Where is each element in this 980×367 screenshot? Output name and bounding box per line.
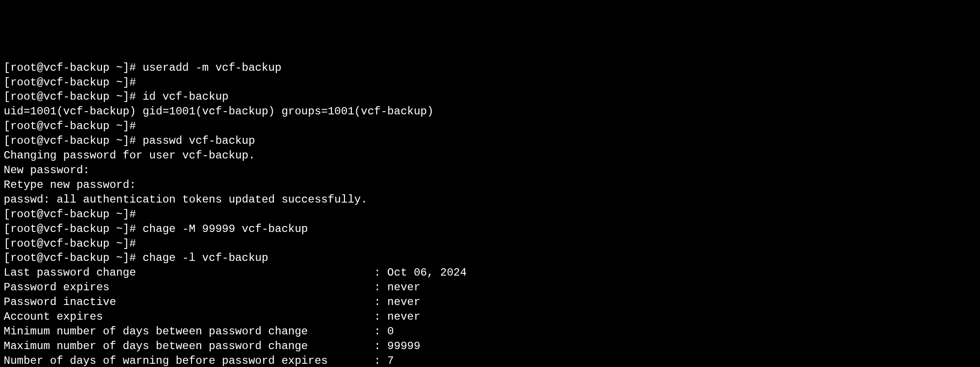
terminal-output[interactable]: [root@vcf-backup ~]# useradd -m vcf-back… — [4, 61, 976, 367]
terminal-output-line: Changing password for user vcf-backup. — [4, 148, 976, 163]
shell-prompt: [root@vcf-backup ~]# — [4, 135, 142, 147]
shell-prompt: [root@vcf-backup ~]# — [4, 208, 142, 220]
chage-row: Minimum number of days between password … — [4, 324, 976, 339]
shell-prompt: [root@vcf-backup ~]# — [4, 90, 142, 103]
terminal-line: [root@vcf-backup ~]# — [4, 207, 976, 222]
terminal-line: [root@vcf-backup ~]# chage -l vcf-backup — [4, 251, 976, 265]
command-text: useradd -m vcf-backup — [142, 62, 281, 74]
terminal-line: [root@vcf-backup ~]# id vcf-backup — [4, 90, 976, 104]
shell-prompt: [root@vcf-backup ~]# — [4, 237, 142, 250]
terminal-output-line: New password: — [4, 163, 976, 178]
terminal-line: [root@vcf-backup ~]# useradd -m vcf-back… — [4, 61, 976, 75]
chage-row: Account expires : never — [4, 310, 976, 324]
terminal-line: [root@vcf-backup ~]# — [4, 75, 976, 90]
chage-row: Maximum number of days between password … — [4, 339, 976, 354]
terminal-line: [root@vcf-backup ~]# passwd vcf-backup — [4, 134, 976, 148]
terminal-output-line: Retype new password: — [4, 178, 976, 192]
terminal-output-line: uid=1001(vcf-backup) gid=1001(vcf-backup… — [4, 104, 976, 119]
terminal-line: [root@vcf-backup ~]# chage -M 99999 vcf-… — [4, 222, 976, 237]
terminal-line: [root@vcf-backup ~]# — [4, 237, 976, 251]
command-text: chage -l vcf-backup — [142, 252, 268, 264]
command-text: passwd vcf-backup — [142, 135, 255, 147]
chage-row: Password expires : never — [4, 280, 976, 295]
shell-prompt: [root@vcf-backup ~]# — [4, 76, 142, 89]
shell-prompt: [root@vcf-backup ~]# — [4, 62, 142, 74]
shell-prompt: [root@vcf-backup ~]# — [4, 120, 142, 132]
chage-row: Number of days of warning before passwor… — [4, 354, 976, 367]
command-text: id vcf-backup — [142, 90, 228, 103]
chage-row: Password inactive : never — [4, 295, 976, 310]
command-text: chage -M 99999 vcf-backup — [142, 223, 308, 235]
chage-row: Last password change : Oct 06, 2024 — [4, 265, 976, 280]
terminal-output-line: passwd: all authentication tokens update… — [4, 192, 976, 207]
shell-prompt: [root@vcf-backup ~]# — [4, 223, 142, 235]
terminal-line: [root@vcf-backup ~]# — [4, 119, 976, 134]
shell-prompt: [root@vcf-backup ~]# — [4, 252, 142, 264]
